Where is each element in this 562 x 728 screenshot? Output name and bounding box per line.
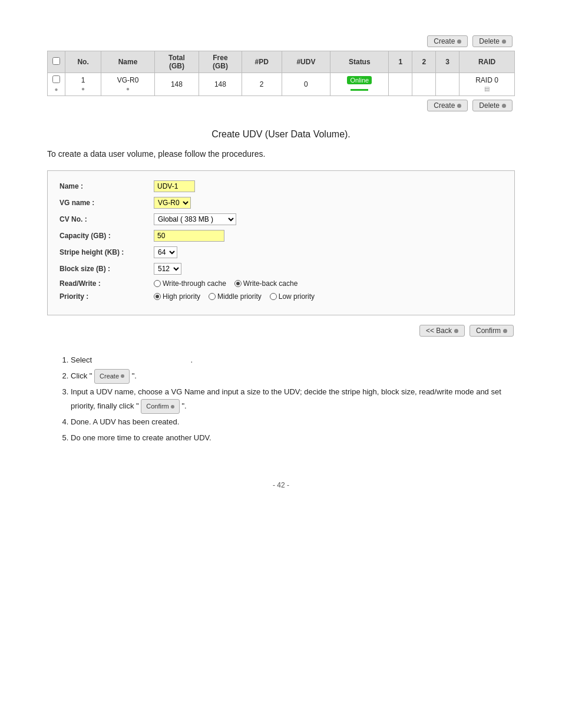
row-checkbox[interactable] [52,75,60,83]
readwrite-radio-group: Write-through cache Write-back cache [154,279,297,288]
status-badge: Online [347,76,372,84]
radio-highpriority[interactable]: High priority [154,292,200,301]
row-free: 148 [199,73,242,96]
action-bar: << Back Confirm [47,325,515,337]
label-name: Name : [59,182,154,190]
delete-label-top: Delete [479,37,500,45]
page-number: - 42 - [47,481,515,489]
instruction-1-period: . [190,355,193,364]
col-3: 3 [436,51,459,73]
delete-button-top[interactable]: Delete [472,35,513,47]
radio-middlepriority[interactable]: Middle priority [209,292,262,301]
label-capacity: Capacity (GB) : [59,232,154,240]
instruction-2-prefix: Click " [71,371,92,380]
label-blocksize: Block size (B) : [59,265,154,273]
instructions-list: Select . Click " Create ". Input a UDV n… [53,353,515,446]
create-button-bottom[interactable]: Create [427,100,468,111]
confirm-label: Confirm [476,327,501,335]
select-all-checkbox[interactable] [52,57,60,65]
form-row-capacity: Capacity (GB) : [59,230,503,242]
row-col2 [412,73,436,96]
col-pd: #PD [242,51,282,73]
table-header-row: No. Name Total(GB) Free(GB) #PD #UDV Sta… [48,51,515,73]
create-dot-bottom [457,104,461,108]
delete-dot-top [502,39,506,44]
label-stripe: Stripe height (KB) : [59,248,154,256]
instruction-3-suffix: ". [181,401,186,410]
vg-table-section: Create Delete No. Name Total(GB) Free(GB… [47,35,515,111]
row-udv: 0 [282,73,330,96]
label-priority: Priority : [59,292,154,301]
col-no: No. [65,51,101,73]
row-raid: RAID 0▤ [459,73,515,96]
form-row-blocksize: Block size (B) : 512 [59,263,503,275]
radio-middle-dot [209,293,216,300]
form-row-readwrite: Read/Write : Write-through cache Write-b… [59,279,503,288]
input-capacity[interactable] [154,230,224,242]
radio-lowpriority[interactable]: Low priority [270,292,315,301]
confirm-inline-dot [171,405,174,409]
col-2: 2 [412,51,436,73]
confirm-dot [503,329,507,333]
delete-dot-bottom [502,104,506,108]
label-vgname: VG name : [59,199,154,207]
create-label-top: Create [434,37,455,45]
form-row-priority: Priority : High priority Middle priority… [59,292,503,301]
heading-section: Create UDV (User Data Volume). To create… [47,129,515,159]
input-name[interactable] [154,180,195,192]
instruction-1: Select . [71,353,515,368]
radio-high-label: High priority [163,292,200,301]
row-pd: 2 [242,73,282,96]
instruction-2: Click " Create ". [71,369,515,384]
radio-high-dot [154,293,161,300]
row-total: 148 [154,73,199,96]
radio-low-label: Low priority [279,292,315,301]
create-inline-dot [121,374,124,378]
table-row: ● 1● VG-R0● 148 148 2 0 Online RAID 0▤ [48,73,515,96]
back-dot [454,329,458,333]
instruction-4-text: Done. A UDV has been created. [71,417,179,426]
radio-middle-label: Middle priority [217,292,262,301]
select-cvno[interactable]: Global ( 383 MB ) [154,213,236,225]
instructions-section: Select . Click " Create ". Input a UDV n… [47,353,515,446]
col-checkbox [48,51,65,73]
row-name: VG-R0● [101,73,154,96]
form-row-cvno: CV No. : Global ( 383 MB ) [59,213,503,225]
label-cvno: CV No. : [59,215,154,223]
back-label: << Back [426,327,452,335]
form-row-vgname: VG name : VG-R0 [59,197,503,209]
select-blocksize[interactable]: 512 [154,263,181,275]
row-status: Online [330,73,389,96]
confirm-inline-button: Confirm [141,399,180,414]
delete-button-bottom[interactable]: Delete [472,100,513,111]
create-button-top[interactable]: Create [427,35,468,47]
col-raid: RAID [459,51,515,73]
instruction-3-text: Input a UDV name, choose a VG Name and i… [71,387,501,411]
row-no: 1● [65,73,101,96]
vg-table: No. Name Total(GB) Free(GB) #PD #UDV Sta… [47,51,515,96]
select-vgname[interactable]: VG-R0 [154,197,191,209]
top-btn-bar: Create Delete [47,35,515,47]
radio-writethrough[interactable]: Write-through cache [154,279,226,288]
priority-radio-group: High priority Middle priority Low priori… [154,292,315,301]
bottom-btn-bar: Create Delete [47,100,515,111]
radio-writeback[interactable]: Write-back cache [234,279,297,288]
radio-writeback-dot [234,280,242,287]
col-free: Free(GB) [199,51,242,73]
create-inline-button: Create [94,369,130,384]
col-name: Name [101,51,154,73]
instruction-5-text: Do one more time to create another UDV. [71,433,211,442]
select-stripe[interactable]: 64 [154,246,177,258]
form-row-name: Name : [59,180,503,192]
back-button[interactable]: << Back [419,325,465,337]
create-dot-top [457,39,461,44]
label-readwrite: Read/Write : [59,279,154,288]
row-checkbox-cell: ● [48,73,65,96]
confirm-button[interactable]: Confirm [470,325,514,337]
instruction-4: Done. A UDV has been created. [71,415,515,430]
instruction-5: Do one more time to create another UDV. [71,431,515,446]
radio-writeback-label: Write-back cache [243,279,297,288]
instruction-2-suffix: ". [132,371,137,380]
create-label-bottom: Create [434,101,455,110]
form-row-stripe: Stripe height (KB) : 64 [59,246,503,258]
